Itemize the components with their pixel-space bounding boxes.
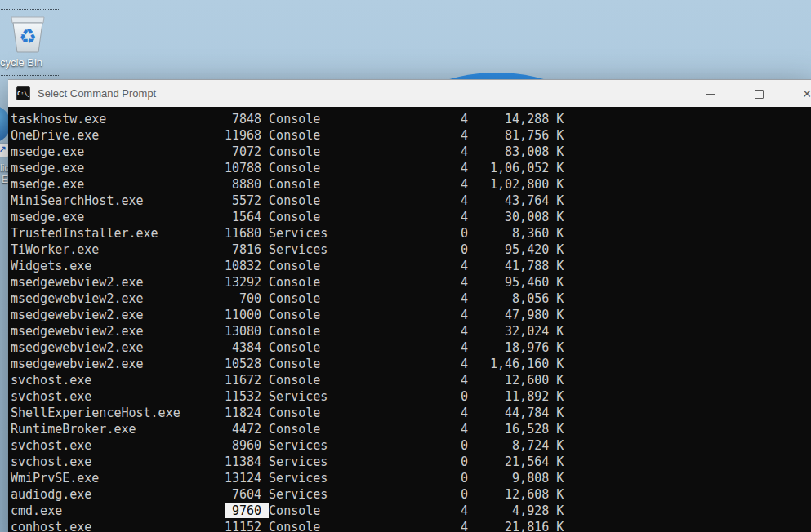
process-row: msedgewebview2.exe 11000 Console 4 47,98…: [11, 307, 811, 323]
process-row: svchost.exe 8960 Services 0 8,724 K: [11, 437, 811, 454]
recycle-bin-icon[interactable]: ♻: [7, 12, 48, 58]
cmd-icon: C:\_: [16, 86, 30, 100]
process-row: cmd.exe 9760 Console 4 4,928 K: [11, 503, 811, 519]
process-row: TiWorker.exe 7816 Services 0 95,420 K: [11, 242, 811, 258]
process-row: msedge.exe 1564 Console 4 30,008 K: [11, 209, 811, 225]
process-row: msedgewebview2.exe 13080 Console 4 32,02…: [11, 323, 811, 339]
window-title: Select Command Prompt: [38, 87, 156, 100]
process-row: msedge.exe 7072 Console 4 83,008 K: [11, 144, 811, 160]
console-output[interactable]: taskhostw.exe 7848 Console 4 14,288 KOne…: [8, 107, 811, 532]
process-row: msedgewebview2.exe 10528 Console 4 1,46,…: [11, 356, 811, 372]
selected-pid: 9760: [225, 503, 269, 518]
process-row: MiniSearchHost.exe 5572 Console 4 43,764…: [11, 193, 811, 209]
edge-label-fragment: E: [2, 174, 8, 185]
recycle-glyph: ♻: [19, 25, 37, 48]
process-row: msedge.exe 8880 Console 4 1,02,800 K: [11, 176, 811, 193]
process-row: OneDrive.exe 11968 Console 4 81,756 K: [11, 127, 811, 144]
maximize-icon: [755, 90, 764, 99]
close-icon: ✕: [802, 88, 811, 100]
process-row: msedge.exe 10788 Console 4 1,06,052 K: [11, 160, 811, 176]
recycle-bin-label: cycle Bin: [0, 56, 59, 69]
maximize-button[interactable]: [742, 80, 775, 108]
process-row: svchost.exe 11384 Services 0 21,564 K: [11, 454, 811, 470]
minimize-icon: [706, 94, 715, 95]
process-row: TrustedInstaller.exe 11680 Services 0 8,…: [11, 225, 811, 242]
command-prompt-window: C:\_ Select Command Prompt ✕ taskhostw.e…: [8, 79, 811, 532]
process-row: svchost.exe 11672 Console 4 12,600 K: [11, 372, 811, 388]
process-row: WmiPrvSE.exe 13124 Services 0 9,808 K: [11, 470, 811, 486]
title-bar[interactable]: C:\_ Select Command Prompt ✕: [8, 79, 811, 107]
process-row: msedgewebview2.exe 4384 Console 4 18,976…: [11, 339, 811, 356]
process-row: audiodg.exe 7604 Services 0 12,608 K: [11, 486, 811, 503]
process-row: svchost.exe 11532 Services 0 11,892 K: [11, 388, 811, 405]
minimize-button[interactable]: [694, 80, 727, 108]
process-row: msedgewebview2.exe 700 Console 4 8,056 K: [11, 290, 811, 307]
process-row: taskhostw.exe 7848 Console 4 14,288 K: [11, 111, 811, 127]
process-row: RuntimeBroker.exe 4472 Console 4 16,528 …: [11, 421, 811, 437]
process-row: Widgets.exe 10832 Console 4 41,788 K: [11, 258, 811, 274]
close-button[interactable]: ✕: [791, 80, 811, 108]
process-row: msedgewebview2.exe 13292 Console 4 95,46…: [11, 274, 811, 290]
process-row: conhost.exe 11152 Console 4 21,816 K: [11, 519, 811, 532]
process-row: ShellExperienceHost.exe 11824 Console 4 …: [11, 405, 811, 421]
